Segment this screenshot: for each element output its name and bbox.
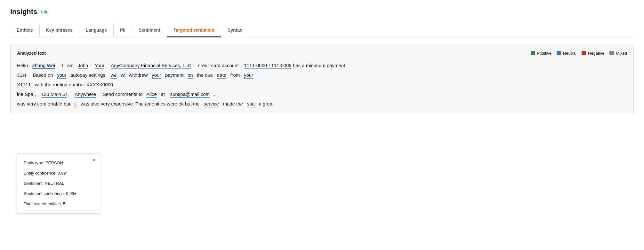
text-content: Hello Zhang Wei , I am John . Your AnyCo… — [17, 61, 627, 109]
tab-syntax[interactable]: Syntax — [221, 24, 249, 37]
punct-comma-4a: , — [35, 91, 36, 97]
legend-mixed: Mixed — [609, 51, 627, 56]
negative-label: Negative — [588, 51, 604, 56]
page-container: Insights Info Entities Key phrases Langu… — [0, 0, 644, 250]
entity-date[interactable]: date — [217, 72, 226, 79]
tab-sentiment[interactable]: Sentiment — [132, 24, 167, 37]
tab-key-phrases[interactable]: Key phrases — [40, 24, 79, 37]
legend-negative: Negative — [582, 51, 604, 56]
entity-anycompany[interactable]: AnyCompany Financial Services, LLC — [111, 63, 191, 69]
entity-account-number[interactable]: 1111-0000-1111-0008 — [244, 63, 291, 69]
entity-popup: × Entity type: PERSON Entity confidence:… — [17, 153, 100, 214]
text-line-3: X1111 with the routing number XXXXX0000. — [17, 80, 627, 90]
entity-on[interactable]: on — [188, 72, 193, 79]
page-header: Insights Info — [10, 8, 634, 16]
word-made-the: made the — [223, 101, 243, 106]
text-line-5: was very comfortable but it was also ver… — [17, 99, 627, 109]
word-will-withdraw: will withdraw — [121, 72, 148, 78]
entity-your-3[interactable]: your — [152, 72, 161, 79]
entity-your-2[interactable]: your — [57, 72, 66, 79]
word-autopay: autopay settings, — [70, 72, 107, 78]
info-link[interactable]: Info — [41, 9, 48, 14]
entity-your-1[interactable]: Your — [95, 63, 104, 69]
punct-period-1: . — [90, 63, 91, 68]
popup-sentiment-confidence: Sentiment confidence: 0.99+ — [24, 190, 93, 198]
tab-pii[interactable]: PII — [114, 24, 132, 37]
legend-positive: Positive — [531, 51, 552, 56]
word-send-comments: Send comments to — [103, 91, 143, 97]
word-was-comfortable: was very comfortable but — [17, 101, 70, 106]
neutral-label: Neutral — [563, 51, 576, 56]
neutral-dot — [557, 51, 561, 55]
punct-period-4: . — [97, 91, 99, 97]
entity-spa[interactable]: spa — [247, 101, 254, 107]
word-a-great: a great — [259, 101, 274, 106]
entity-anywhere[interactable]: Anywhere — [75, 91, 96, 98]
entity-alice[interactable]: Alice — [146, 91, 157, 98]
word-payment-on: payment — [165, 72, 184, 78]
word-i: I — [62, 63, 63, 68]
popup-entity-type: Entity type: PERSON — [24, 159, 93, 167]
legend: Positive Neutral Negative Mixed — [531, 51, 627, 56]
mixed-dot — [609, 51, 614, 55]
word-ine-spa: ine Spa — [17, 91, 33, 97]
word-also-expensive: was also very expensive. The amenities w… — [81, 101, 200, 106]
word-am: am — [67, 63, 74, 68]
punct-comma-4b: , — [68, 91, 69, 97]
tabs-container: Entities Key phrases Language PII Sentim… — [10, 24, 634, 37]
analyzed-section: Analyzed text Positive Neutral Negative … — [10, 45, 634, 114]
entity-service[interactable]: service — [204, 101, 219, 107]
entity-zhang-wei[interactable]: Zhang Wei — [32, 63, 55, 69]
entity-it[interactable]: it — [74, 101, 77, 107]
analyzed-header: Analyzed text Positive Neutral Negative … — [17, 51, 627, 56]
punct-period-2: . — [28, 72, 29, 78]
tab-entities[interactable]: Entities — [10, 24, 40, 37]
legend-neutral: Neutral — [557, 51, 576, 56]
word-based-on: Based on — [33, 72, 53, 78]
popup-entity-confidence: Entity confidence: 0.99+ — [24, 169, 93, 177]
entity-john[interactable]: John — [78, 63, 88, 69]
punct-comma-1: , — [56, 63, 58, 68]
entity-x1111[interactable]: X1111 — [17, 82, 31, 88]
text-line-2: 31st . Based on your autopay settings, w… — [17, 70, 627, 80]
text-line-4: ine Spa , 123 Main St , Anywhere . Send … — [17, 90, 627, 99]
word-hello: Hello — [17, 63, 28, 68]
word-from: from — [230, 72, 240, 78]
entity-your-4[interactable]: your — [244, 72, 253, 79]
punct-period-4b: . — [214, 91, 215, 97]
positive-dot — [531, 51, 535, 55]
negative-dot — [582, 51, 586, 55]
word-the-due: the due — [197, 72, 213, 78]
word-has-minimum: has a minimum payment — [293, 63, 345, 68]
entity-we[interactable]: we — [111, 72, 117, 79]
page-title: Insights — [10, 8, 37, 16]
positive-label: Positive — [537, 51, 552, 56]
text-line-1: Hello Zhang Wei , I am John . Your AnyCo… — [17, 61, 627, 70]
tab-language[interactable]: Language — [79, 24, 114, 37]
tab-targeted-sentiment[interactable]: Targeted sentiment — [167, 24, 221, 37]
analyzed-title: Analyzed text — [17, 51, 46, 56]
entity-123-main-st[interactable]: 123 Main St — [41, 91, 67, 98]
popup-sentiment: Sentiment: NEUTRAL — [24, 179, 93, 188]
word-credit-card-account: credit card account — [198, 63, 239, 68]
word-routing: with the routing number XXXXX0000. — [35, 82, 114, 87]
word-31st: 31st — [17, 72, 26, 78]
entity-email[interactable]: sunspa@mail.com — [170, 91, 210, 98]
mixed-label: Mixed — [616, 51, 627, 56]
word-at: at — [161, 91, 165, 97]
popup-close-button[interactable]: × — [93, 158, 95, 163]
popup-total-related: Total related entities: 5 — [24, 200, 93, 208]
